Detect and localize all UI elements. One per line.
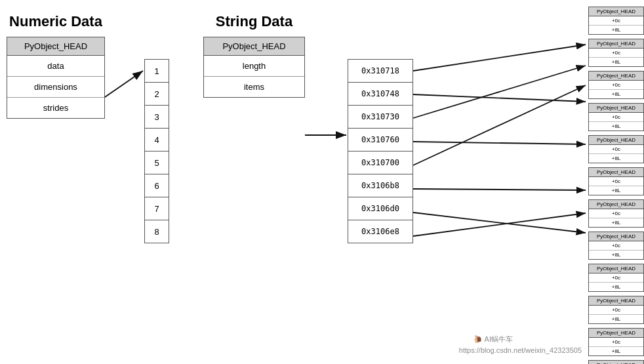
string-cell-length: length xyxy=(204,56,304,77)
array-cell-2: 2 xyxy=(144,82,169,106)
array-cell-5: 5 xyxy=(144,151,169,174)
pointer-column: 0x310718 0x310748 0x310730 0x310760 0x31… xyxy=(348,59,413,243)
pyobj-8: PyObject_HEAD +0c +8L xyxy=(588,264,644,292)
array-cell-3: 3 xyxy=(144,105,169,129)
string-cell-items: items xyxy=(204,77,304,97)
pyobj-4: PyObject_HEAD +0c +8L xyxy=(588,135,644,163)
arrow-data-to-array xyxy=(105,71,143,97)
ptr-4: 0x310700 xyxy=(348,151,413,174)
pyobj-2: PyObject_HEAD +0c +8L xyxy=(588,71,644,99)
string-section: String Data PyObject_HEAD length items xyxy=(203,13,305,98)
arrow-ptr7 xyxy=(413,213,586,236)
array-cell-1: 1 xyxy=(144,59,169,83)
numeric-struct: PyObject_HEAD data dimensions strides xyxy=(7,37,105,119)
pyobj-10: PyObject_HEAD +0c +8L xyxy=(588,328,644,356)
pyobj-column: PyObject_HEAD +0c +8L PyObject_HEAD +0c … xyxy=(588,7,644,364)
pyobj-7: PyObject_HEAD +0c +8L xyxy=(588,232,644,260)
arrow-ptr3 xyxy=(413,142,586,144)
watermark-url: https://blog.csdn.net/weixin_42323505 xyxy=(459,346,582,354)
numeric-title: Numeric Data xyxy=(7,13,105,30)
pyobj-3: PyObject_HEAD +0c +8L xyxy=(588,103,644,131)
ptr-0: 0x310718 xyxy=(348,59,413,83)
arrow-ptr0 xyxy=(413,45,586,71)
ptr-7: 0x3106e8 xyxy=(348,220,413,243)
array-cell-7: 7 xyxy=(144,197,169,220)
ptr-5: 0x3106b8 xyxy=(348,174,413,197)
arrow-ptr5 xyxy=(413,189,586,190)
string-title: String Data xyxy=(203,13,305,30)
array-cell-8: 8 xyxy=(144,220,169,243)
array-column: 1 2 3 4 5 6 7 8 xyxy=(144,59,169,243)
numeric-header: PyObject_HEAD xyxy=(7,37,104,56)
numeric-cell-dimensions: dimensions xyxy=(7,77,104,98)
pyobj-9: PyObject_HEAD +0c +8L xyxy=(588,296,644,324)
pyobj-6: PyObject_HEAD +0c +8L xyxy=(588,199,644,228)
diagram-container: Numeric Data PyObject_HEAD data dimensio… xyxy=(0,0,644,364)
ptr-3: 0x310760 xyxy=(348,128,413,152)
pyobj-0: PyObject_HEAD +0c +8L xyxy=(588,7,644,35)
arrow-ptr1 xyxy=(413,94,586,102)
pyobj-5: PyObject_HEAD +0c +8L xyxy=(588,167,644,195)
ptr-1: 0x310748 xyxy=(348,82,413,106)
arrow-ptr4 xyxy=(413,85,586,165)
array-cell-4: 4 xyxy=(144,128,169,152)
arrow-ptr6 xyxy=(413,212,586,233)
ptr-6: 0x3106d0 xyxy=(348,197,413,220)
ptr-2: 0x310730 xyxy=(348,105,413,129)
numeric-section: Numeric Data PyObject_HEAD data dimensio… xyxy=(7,13,105,119)
pyobj-11: PyObject_HEAD +0c +8L xyxy=(588,360,644,364)
string-struct: PyObject_HEAD length items xyxy=(203,37,305,98)
numeric-cell-data: data xyxy=(7,56,104,77)
pyobj-1: PyObject_HEAD +0c +8L xyxy=(588,39,644,67)
array-cell-6: 6 xyxy=(144,174,169,197)
string-header: PyObject_HEAD xyxy=(204,37,304,56)
watermark-logo: 🐌 AI蜗牛车 xyxy=(473,334,513,344)
arrow-ptr2 xyxy=(413,66,586,118)
numeric-cell-strides: strides xyxy=(7,98,104,118)
